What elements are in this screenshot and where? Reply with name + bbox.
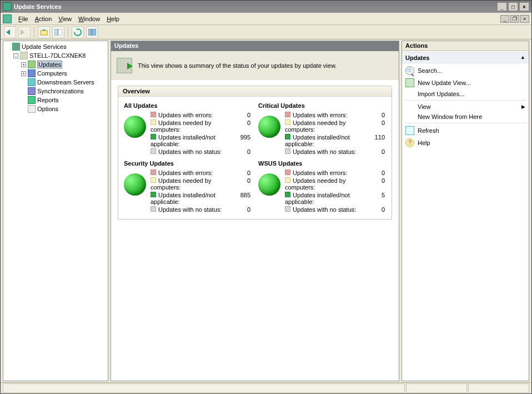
status-indicator-icon: [124, 173, 146, 196]
expander-icon[interactable]: +: [21, 62, 26, 67]
tree-computers[interactable]: + Computers: [20, 69, 107, 78]
tree-label: Computers: [37, 70, 67, 77]
tree-label: STELL-7DLCXNEK8: [29, 52, 86, 59]
tree-panel: Update Services - STELL-7DLCXNEK8 + Upda…: [3, 41, 108, 381]
downstream-icon: [28, 78, 36, 86]
menu-file[interactable]: File: [15, 14, 32, 23]
card-title: Security Updates: [124, 160, 252, 167]
menu-window[interactable]: Window: [75, 14, 103, 23]
svg-rect-0: [41, 31, 47, 35]
tree-updates[interactable]: + Updates: [20, 60, 107, 69]
nostatus-value: 0: [369, 148, 386, 156]
overview-card: Critical UpdatesUpdates with errors:0Upd…: [255, 100, 389, 158]
actions-section-header[interactable]: Updates ▲: [402, 52, 529, 63]
svg-rect-2: [58, 29, 62, 36]
mdi-close-button[interactable]: ×: [520, 15, 529, 23]
reports-icon: [28, 96, 36, 104]
tree-server[interactable]: - STELL-7DLCXNEK8: [12, 51, 107, 60]
needed-swatch-icon: [150, 177, 156, 183]
card-title: WSUS Updates: [258, 160, 386, 167]
nostatus-value: 0: [235, 148, 252, 156]
app-icon: [3, 2, 12, 11]
options-icon: [28, 105, 36, 113]
statusbar: [1, 382, 531, 393]
needed-value: 0: [235, 119, 252, 133]
menu-help[interactable]: Help: [103, 14, 123, 23]
card-title: All Updates: [124, 102, 252, 109]
main-panel: Updates This view shows a summary of the…: [111, 41, 399, 381]
updates-summary-icon: [117, 58, 132, 73]
status-cell: [3, 383, 405, 393]
computers-icon: [28, 69, 36, 77]
errors-swatch-icon: [285, 112, 290, 117]
close-button[interactable]: ×: [519, 2, 529, 11]
installed-value: 885: [235, 191, 252, 206]
status-indicator-icon: [124, 116, 146, 138]
action-help[interactable]: ? Help: [402, 137, 529, 149]
tree-sync[interactable]: Synchronizations: [20, 87, 107, 96]
action-new-window[interactable]: New Window from Here: [402, 112, 529, 122]
status-cell: [468, 383, 529, 393]
action-refresh[interactable]: Refresh: [402, 124, 529, 137]
mdi-restore-button[interactable]: ❐: [510, 15, 519, 23]
separator: [404, 123, 526, 123]
minimize-button[interactable]: _: [497, 2, 507, 11]
action-new-update-view[interactable]: New Update View...: [402, 77, 529, 89]
overview-card: WSUS UpdatesUpdates with errors:0Updates…: [255, 158, 389, 216]
expander-icon[interactable]: -: [13, 53, 18, 58]
action-import-updates[interactable]: Import Updates...: [402, 89, 529, 99]
stats-table: Updates with errors:0Updates needed by c…: [149, 169, 252, 213]
errors-swatch-icon: [150, 112, 156, 117]
tree-options[interactable]: Options: [20, 104, 107, 113]
tree-downstream[interactable]: Downstream Servers: [20, 78, 107, 87]
status-indicator-icon: [258, 116, 280, 138]
back-button[interactable]: [4, 26, 16, 38]
maximize-button[interactable]: □: [508, 2, 518, 11]
action-search[interactable]: Search...: [402, 64, 529, 77]
overview-card: Security UpdatesUpdates with errors:0Upd…: [121, 158, 255, 216]
tree-label: Update Services: [22, 43, 67, 50]
status-indicator-icon: [258, 173, 280, 196]
up-button[interactable]: [38, 26, 50, 38]
server-icon: [20, 52, 28, 59]
stats-table: Updates with errors:0Updates needed by c…: [284, 169, 386, 213]
installed-value: 5: [369, 191, 386, 206]
expander-icon[interactable]: +: [21, 71, 26, 76]
action-label: View: [418, 103, 431, 110]
overview-header: Overview: [118, 86, 392, 97]
action-label: Help: [418, 139, 430, 146]
separator: [404, 100, 526, 101]
mdi-minimize-button[interactable]: _: [500, 15, 509, 23]
needed-swatch-icon: [150, 119, 156, 125]
tree-label: Options: [37, 106, 58, 112]
action-label: New Window from Here: [418, 113, 482, 120]
installed-value: 995: [235, 133, 252, 148]
console-icon: [3, 14, 12, 23]
installed-swatch-icon: [150, 192, 156, 197]
installed-swatch-icon: [150, 134, 156, 139]
overview-box: Overview All UpdatesUpdates with errors:…: [118, 86, 392, 220]
properties-button[interactable]: [86, 26, 98, 38]
needed-value: 0: [235, 177, 252, 191]
menu-view[interactable]: View: [55, 14, 75, 23]
action-label: Refresh: [418, 127, 439, 134]
menu-action[interactable]: Action: [32, 14, 56, 23]
show-hide-tree-button[interactable]: [52, 26, 64, 38]
card-title: Critical Updates: [258, 102, 386, 109]
updates-icon: [28, 61, 36, 68]
needed-value: 0: [369, 177, 386, 191]
needed-value: 0: [369, 119, 386, 133]
tree-label: Downstream Servers: [37, 79, 94, 86]
tree-reports[interactable]: Reports: [20, 96, 107, 104]
nostatus-value: 0: [235, 206, 252, 213]
action-view[interactable]: View ▶: [402, 102, 529, 112]
status-cell: [406, 383, 467, 393]
action-label: New Update View...: [418, 79, 471, 86]
app-window: Update Services _ □ × File Action View W…: [0, 0, 532, 394]
svg-rect-4: [92, 29, 96, 36]
errors-value: 0: [369, 111, 386, 119]
titlebar: Update Services _ □ ×: [1, 1, 531, 13]
refresh-button[interactable]: [72, 26, 84, 38]
tree-root[interactable]: Update Services: [4, 42, 107, 51]
window-title: Update Services: [14, 3, 62, 10]
